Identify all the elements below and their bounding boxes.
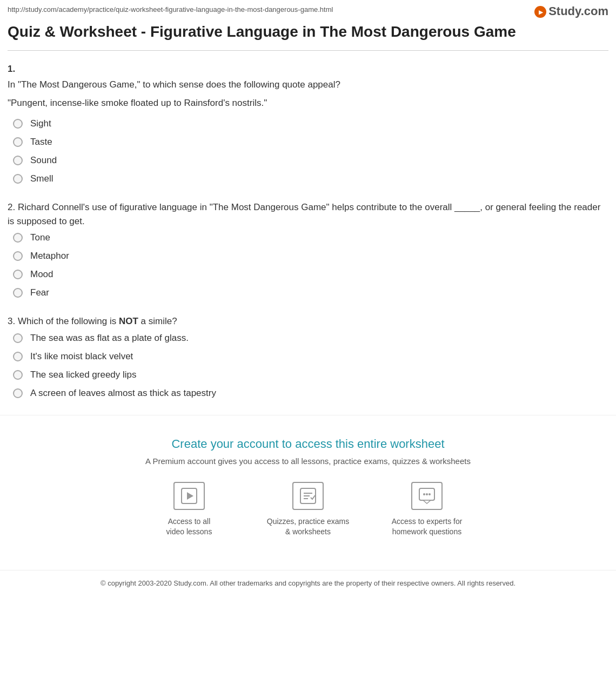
question-2: 2. Richard Connell's use of figurative l… bbox=[8, 200, 608, 298]
question-3-number: 3. bbox=[8, 316, 18, 326]
feature-video-label: Access to allvideo lessons bbox=[166, 516, 212, 538]
question-3-options: The sea was as flat as a plate of glass.… bbox=[13, 333, 608, 399]
option-sea-flat-label: The sea was as flat as a plate of glass. bbox=[30, 333, 189, 344]
radio-screen-leaves[interactable] bbox=[13, 388, 23, 398]
radio-fear[interactable] bbox=[13, 288, 23, 298]
radio-sea-flat[interactable] bbox=[13, 333, 23, 343]
question-1-text: In "The Most Dangerous Game," to which s… bbox=[8, 78, 608, 92]
question-2-body: Richard Connell's use of figurative lang… bbox=[8, 202, 600, 226]
option-smell[interactable]: Smell bbox=[13, 173, 608, 184]
svg-point-8 bbox=[423, 493, 425, 495]
cta-subtitle: A Premium account gives you access to al… bbox=[8, 456, 608, 466]
question-3: 3. Which of the following is NOT a simil… bbox=[8, 314, 608, 399]
option-sight-label: Sight bbox=[30, 118, 51, 129]
question-1-options: Sight Taste Sound Smell bbox=[13, 118, 608, 184]
question-2-number: 2. bbox=[8, 202, 18, 212]
radio-moist-velvet[interactable] bbox=[13, 352, 23, 361]
feature-experts: Access to experts forhomework questions bbox=[384, 482, 470, 538]
feature-video: Access to allvideo lessons bbox=[146, 482, 232, 538]
svg-point-9 bbox=[426, 493, 428, 495]
radio-metaphor[interactable] bbox=[13, 251, 23, 261]
footer-text: © copyright 2003-2020 Study.com. All oth… bbox=[101, 579, 515, 587]
radio-sound[interactable] bbox=[13, 156, 23, 165]
question-3-bold: NOT bbox=[119, 316, 138, 326]
url-bar: http://study.com/academy/practice/quiz-w… bbox=[0, 0, 616, 17]
radio-sight[interactable] bbox=[13, 119, 23, 129]
experts-icon bbox=[411, 482, 443, 510]
option-sound-label: Sound bbox=[30, 155, 57, 166]
option-taste[interactable]: Taste bbox=[13, 137, 608, 147]
option-tone-label: Tone bbox=[30, 232, 50, 243]
question-3-before: Which of the following is bbox=[18, 316, 119, 326]
question-2-text: 2. Richard Connell's use of figurative l… bbox=[8, 200, 608, 228]
features: Access to allvideo lessons Quizzes, prac… bbox=[8, 482, 608, 538]
option-mood-label: Mood bbox=[30, 269, 53, 280]
footer: © copyright 2003-2020 Study.com. All oth… bbox=[0, 570, 616, 596]
option-tone[interactable]: Tone bbox=[13, 232, 608, 243]
option-fear-label: Fear bbox=[30, 287, 49, 298]
divider bbox=[8, 50, 608, 51]
question-1-quote: "Pungent, incense-like smoke floated up … bbox=[8, 96, 608, 110]
option-sound[interactable]: Sound bbox=[13, 155, 608, 166]
option-metaphor-label: Metaphor bbox=[30, 251, 69, 261]
feature-quiz: Quizzes, practice exams& worksheets bbox=[265, 482, 351, 538]
option-sea-licked[interactable]: The sea licked greedy lips bbox=[13, 370, 608, 380]
svg-marker-7 bbox=[423, 500, 431, 503]
radio-taste[interactable] bbox=[13, 137, 23, 147]
quiz-icon bbox=[292, 482, 324, 510]
option-screen-leaves-label: A screen of leaves almost as thick as ta… bbox=[30, 388, 216, 399]
question-3-after: a simile? bbox=[138, 316, 177, 326]
radio-mood[interactable] bbox=[13, 270, 23, 279]
option-screen-leaves[interactable]: A screen of leaves almost as thick as ta… bbox=[13, 388, 608, 399]
logo-text: Study.com bbox=[548, 4, 608, 18]
logo-icon bbox=[534, 6, 546, 18]
option-sea-flat[interactable]: The sea was as flat as a plate of glass. bbox=[13, 333, 608, 344]
radio-sea-licked[interactable] bbox=[13, 370, 23, 380]
option-smell-label: Smell bbox=[30, 173, 53, 184]
question-3-text: 3. Which of the following is NOT a simil… bbox=[8, 314, 608, 328]
option-fear[interactable]: Fear bbox=[13, 287, 608, 298]
option-mood[interactable]: Mood bbox=[13, 269, 608, 280]
radio-smell[interactable] bbox=[13, 174, 23, 184]
option-metaphor[interactable]: Metaphor bbox=[13, 251, 608, 261]
option-moist-velvet[interactable]: It's like moist black velvet bbox=[13, 351, 608, 362]
svg-point-10 bbox=[428, 493, 431, 495]
radio-tone[interactable] bbox=[13, 233, 23, 243]
question-2-options: Tone Metaphor Mood Fear bbox=[13, 232, 608, 298]
question-1: 1. In "The Most Dangerous Game," to whic… bbox=[8, 64, 608, 184]
question-1-number: 1. bbox=[8, 64, 608, 75]
cta-section: Create your account to access this entir… bbox=[0, 415, 616, 570]
option-taste-label: Taste bbox=[30, 137, 52, 147]
video-icon bbox=[173, 482, 205, 510]
option-moist-velvet-label: It's like moist black velvet bbox=[30, 351, 133, 362]
feature-experts-label: Access to experts forhomework questions bbox=[392, 516, 463, 538]
feature-quiz-label: Quizzes, practice exams& worksheets bbox=[267, 516, 350, 538]
option-sight[interactable]: Sight bbox=[13, 118, 608, 129]
option-sea-licked-label: The sea licked greedy lips bbox=[30, 370, 137, 380]
svg-marker-1 bbox=[187, 492, 193, 500]
page-title: Quiz & Worksheet - Figurative Language i… bbox=[8, 22, 608, 42]
logo: Study.com bbox=[534, 4, 608, 18]
cta-title: Create your account to access this entir… bbox=[8, 437, 608, 451]
